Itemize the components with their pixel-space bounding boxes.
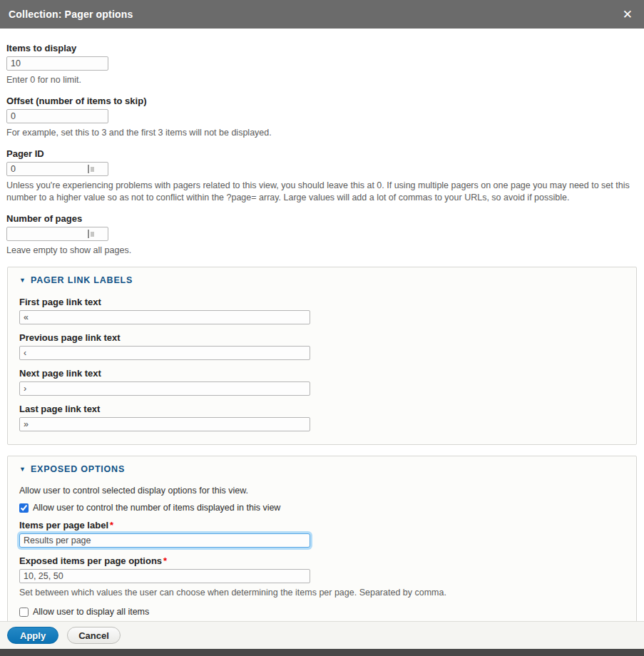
pager-id-input-wrap — [6, 162, 108, 176]
allow-display-all-checkbox[interactable] — [19, 608, 29, 617]
pager-link-labels-legend[interactable]: PAGER LINK LABELS — [31, 275, 133, 285]
items-per-page-input[interactable] — [19, 533, 310, 548]
last-page-link-label: Last page link text — [19, 404, 625, 414]
exposed-options-legend[interactable]: EXPOSED OPTIONS — [31, 464, 125, 474]
form-item-number-of-pages: Number of pages Leave empty to show all … — [6, 213, 637, 257]
items-per-page-label-text: Items per page label — [19, 520, 108, 531]
last-page-link-input[interactable] — [19, 417, 310, 431]
offset-description: For example, set this to 3 and the first… — [6, 127, 634, 139]
first-page-link-label: First page link text — [19, 297, 625, 307]
number-of-pages-label: Number of pages — [6, 213, 637, 224]
page-background-strip — [0, 649, 644, 656]
dialog-content: Items to display Enter 0 for no limit. O… — [0, 29, 644, 621]
pager-id-description: Unless you're experiencing problems with… — [6, 180, 634, 204]
pager-id-label: Pager ID — [6, 148, 637, 159]
items-per-page-label: Items per page label* — [19, 520, 625, 531]
form-item-last-page-link: Last page link text — [19, 404, 625, 431]
next-page-link-label: Next page link text — [19, 368, 625, 379]
form-item-offset: Offset (number of items to skip) For exa… — [6, 96, 637, 139]
cancel-button[interactable]: Cancel — [67, 627, 121, 644]
dialog-title: Collection: Pager options — [9, 9, 133, 20]
previous-page-link-label: Previous page link text — [19, 332, 625, 343]
form-item-pager-id: Pager ID Unless you're experiencing prob… — [6, 148, 637, 204]
fieldset-pager-link-labels: ▼ PAGER LINK LABELS First page link text… — [7, 267, 637, 445]
apply-button[interactable]: Apply — [7, 627, 58, 644]
required-asterisk: * — [163, 555, 167, 566]
offset-label: Offset (number of items to skip) — [6, 96, 637, 106]
next-page-link-input[interactable] — [19, 381, 310, 396]
checkbox-row-items-displayed: Allow user to control the number of item… — [19, 503, 625, 513]
allow-control-items-checkbox[interactable] — [19, 503, 29, 513]
allow-display-all-label[interactable]: Allow user to display all items — [33, 607, 149, 617]
previous-page-link-input[interactable] — [19, 346, 310, 360]
fieldset-exposed-options: ▼ EXPOSED OPTIONS Allow user to control … — [7, 456, 637, 621]
form-item-exposed-items-options: Exposed items per page options* Set betw… — [19, 555, 625, 599]
collapse-triangle-icon: ▼ — [19, 466, 26, 473]
number-of-pages-input-wrap — [6, 227, 108, 241]
pager-options-dialog: Collection: Pager options ✕ Items to dis… — [0, 0, 644, 656]
number-of-pages-description: Leave empty to show all pages. — [6, 245, 634, 257]
pager-id-input[interactable] — [6, 162, 108, 176]
form-item-items-per-page-label: Items per page label* — [19, 520, 625, 548]
exposed-items-options-label: Exposed items per page options* — [19, 555, 625, 566]
exposed-items-options-label-text: Exposed items per page options — [19, 555, 162, 566]
exposed-items-options-input[interactable] — [19, 569, 310, 583]
form-item-items-to-display: Items to display Enter 0 for no limit. — [6, 43, 637, 86]
required-asterisk: * — [110, 520, 113, 531]
items-to-display-label: Items to display — [6, 43, 637, 53]
allow-control-items-label[interactable]: Allow user to control the number of item… — [33, 503, 280, 513]
collapse-triangle-icon: ▼ — [19, 277, 26, 284]
form-item-previous-page-link: Previous page link text — [19, 332, 625, 360]
exposed-options-description: Allow user to control selected display o… — [19, 486, 625, 496]
form-item-next-page-link: Next page link text — [19, 368, 625, 396]
items-to-display-description: Enter 0 for no limit. — [6, 74, 634, 86]
fieldset-legend-pager-link-labels[interactable]: ▼ PAGER LINK LABELS — [19, 275, 625, 285]
form-item-first-page-link: First page link text — [19, 297, 625, 324]
number-of-pages-input[interactable] — [6, 227, 108, 241]
dialog-titlebar: Collection: Pager options ✕ — [0, 0, 644, 29]
close-icon[interactable]: ✕ — [620, 7, 635, 22]
exposed-items-options-description: Set between which values the user can ch… — [19, 587, 625, 599]
first-page-link-input[interactable] — [19, 310, 310, 324]
offset-input[interactable] — [6, 109, 108, 123]
checkbox-row-display-all: Allow user to display all items — [19, 607, 625, 617]
fieldset-legend-exposed-options[interactable]: ▼ EXPOSED OPTIONS — [19, 464, 625, 474]
items-to-display-input[interactable] — [6, 56, 108, 71]
dialog-footer: Apply Cancel — [0, 621, 644, 649]
